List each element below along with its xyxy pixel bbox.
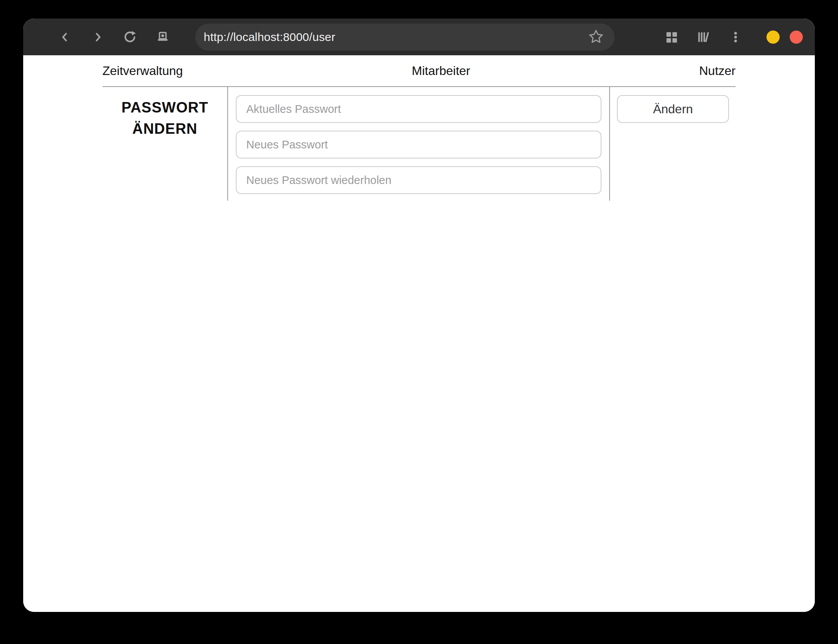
url-text[interactable]: http://localhost:8000/user	[195, 31, 335, 44]
library-button[interactable]	[694, 28, 713, 46]
reload-icon	[123, 30, 137, 44]
reload-button[interactable]	[121, 28, 139, 46]
kebab-menu-icon	[729, 31, 742, 44]
repeat-password-input[interactable]	[236, 166, 601, 194]
change-password-button[interactable]: Ändern	[617, 95, 729, 123]
window-control-close[interactable]	[790, 31, 803, 44]
back-icon	[59, 31, 71, 43]
page-content: Zeitverwaltung Mitarbeiter Nutzer PASSWO…	[23, 55, 815, 612]
extensions-button[interactable]	[662, 28, 681, 46]
main-nav: Zeitverwaltung Mitarbeiter Nutzer	[102, 55, 736, 87]
new-tab-button[interactable]	[153, 28, 172, 46]
forward-icon	[92, 31, 104, 43]
new-password-input[interactable]	[236, 131, 601, 158]
extensions-grid-icon	[665, 31, 678, 44]
bookmark-star-icon	[588, 29, 604, 46]
browser-toolbar: http://localhost:8000/user	[23, 19, 815, 55]
menu-button[interactable]	[726, 28, 745, 46]
url-bar[interactable]: http://localhost:8000/user	[195, 24, 615, 51]
new-tab-icon	[156, 30, 170, 44]
bookmark-button[interactable]	[588, 29, 605, 46]
window-control-minimize[interactable]	[766, 31, 780, 44]
nav-item-nutzer[interactable]: Nutzer	[699, 64, 736, 78]
screen: http://localhost:8000/user	[0, 0, 838, 644]
password-heading-cell: PASSWORT ÄNDERN	[102, 87, 228, 201]
password-fields-cell	[228, 87, 610, 201]
nav-item-zeitverwaltung[interactable]: Zeitverwaltung	[102, 64, 183, 78]
password-submit-cell: Ändern	[610, 87, 736, 201]
forward-button[interactable]	[89, 28, 107, 46]
password-change-section: PASSWORT ÄNDERN Ändern	[102, 87, 736, 201]
password-heading: PASSWORT ÄNDERN	[109, 97, 221, 201]
current-password-input[interactable]	[236, 95, 601, 123]
browser-window: http://localhost:8000/user	[23, 19, 815, 612]
nav-item-mitarbeiter[interactable]: Mitarbeiter	[412, 64, 470, 78]
library-icon	[697, 30, 710, 44]
back-button[interactable]	[56, 28, 74, 46]
